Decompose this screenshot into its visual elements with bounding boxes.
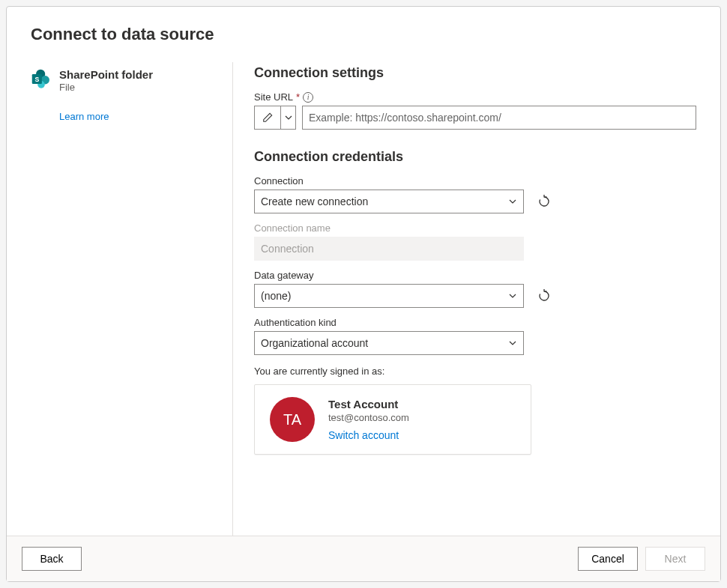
pencil-icon[interactable] — [255, 106, 280, 129]
auth-kind-select[interactable]: Organizational account — [254, 331, 524, 355]
avatar: TA — [270, 397, 315, 442]
connection-name-label: Connection name — [254, 222, 696, 234]
switch-account-link[interactable]: Switch account — [328, 429, 399, 441]
dialog-header: Connect to data source — [7, 7, 720, 50]
connection-name-input — [254, 237, 524, 261]
source-title: SharePoint folder — [59, 68, 153, 81]
edit-mode-split-button[interactable] — [254, 106, 296, 130]
source-row: S SharePoint folder File — [31, 68, 217, 93]
account-email: test@contoso.com — [328, 412, 409, 423]
connection-select[interactable]: Create new connection — [254, 190, 524, 213]
connect-dialog: Connect to data source S SharePoint fold… — [6, 6, 721, 582]
required-asterisk: * — [296, 91, 300, 103]
svg-text:S: S — [34, 76, 39, 83]
chevron-down-icon[interactable] — [280, 106, 295, 129]
gateway-select[interactable]: (none) — [254, 284, 524, 308]
connection-credentials-heading: Connection credentials — [254, 149, 696, 165]
chevron-down-icon — [508, 339, 517, 348]
info-icon[interactable]: i — [303, 92, 313, 103]
chevron-down-icon — [508, 197, 517, 206]
dialog-body: S SharePoint folder File Learn more Conn… — [7, 50, 720, 536]
chevron-down-icon — [508, 291, 517, 300]
account-card: TA Test Account test@contoso.com Switch … — [254, 384, 531, 455]
auth-kind-label: Authentication kind — [254, 317, 696, 328]
connection-label: Connection — [254, 175, 696, 187]
learn-more-link[interactable]: Learn more — [59, 111, 109, 122]
refresh-gateway-button[interactable] — [537, 289, 551, 303]
connection-settings-heading: Connection settings — [254, 65, 696, 81]
settings-pane: Connection settings Site URL * i Connect… — [233, 62, 696, 536]
account-name: Test Account — [328, 398, 409, 410]
source-pane: S SharePoint folder File Learn more — [31, 62, 233, 536]
site-url-label: Site URL * i — [254, 91, 696, 103]
gateway-label: Data gateway — [254, 270, 696, 281]
sharepoint-icon: S — [31, 68, 52, 89]
page-title: Connect to data source — [31, 25, 696, 44]
site-url-input[interactable] — [302, 106, 696, 130]
source-subtitle: File — [59, 82, 153, 93]
refresh-connection-button[interactable] — [537, 195, 551, 208]
cancel-button[interactable]: Cancel — [578, 547, 638, 571]
dialog-footer: Back Cancel Next — [7, 536, 720, 581]
back-button[interactable]: Back — [22, 547, 82, 571]
signed-in-label: You are currently signed in as: — [254, 366, 696, 377]
next-button: Next — [645, 547, 705, 571]
